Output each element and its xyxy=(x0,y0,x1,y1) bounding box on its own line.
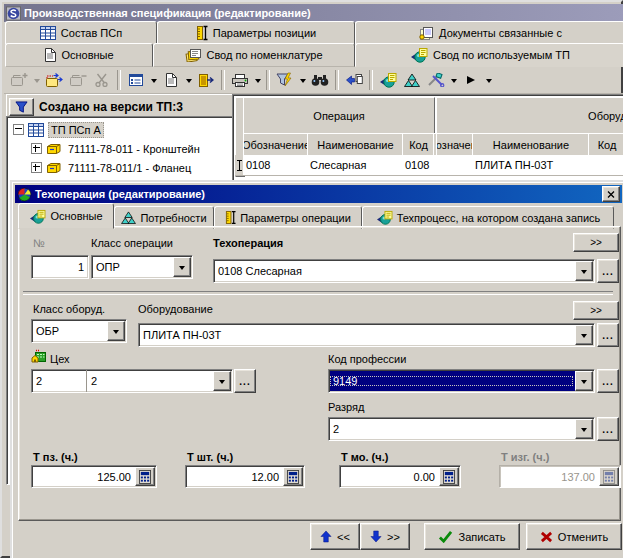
op-class-combo[interactable]: ОПР xyxy=(91,255,193,279)
ruler-icon xyxy=(196,25,208,41)
x-icon xyxy=(540,531,553,543)
summary-button[interactable] xyxy=(376,68,400,92)
remove-button[interactable] xyxy=(66,68,90,92)
tp-icon xyxy=(46,143,62,155)
techop-browse-button[interactable]: ... xyxy=(597,259,619,283)
tab-osnovnye-main[interactable]: Основные xyxy=(5,43,153,67)
edit-button[interactable] xyxy=(42,68,66,92)
expand-icon[interactable] xyxy=(31,143,42,154)
dialog-titlebar[interactable]: Техоперация (редактирование) xyxy=(15,185,622,203)
next-button[interactable]: >> xyxy=(360,523,410,550)
triangles-icon xyxy=(121,211,136,224)
equip-value: ПЛИТА ПН-03Т xyxy=(139,329,574,341)
view-list-button[interactable] xyxy=(124,68,148,92)
t-mo-field[interactable]: 0.00 xyxy=(339,465,461,488)
col-header[interactable]: Код xyxy=(588,133,623,157)
calculator-icon[interactable] xyxy=(439,467,459,486)
chevron-down-icon[interactable] xyxy=(107,321,125,341)
equip-class-combo[interactable]: ОБР xyxy=(31,319,127,343)
expand-icon[interactable] xyxy=(31,162,42,173)
t-pz-field[interactable]: 125.00 xyxy=(31,465,157,488)
equip-expand-button[interactable]: >> xyxy=(573,301,619,320)
filter-dropdown[interactable] xyxy=(297,68,308,92)
profession-value: 9149 xyxy=(329,375,574,387)
tab-sostav-psp[interactable]: Состав ПСп xyxy=(5,21,157,45)
add-dropdown[interactable] xyxy=(31,68,42,92)
chevron-down-icon[interactable] xyxy=(213,371,231,391)
cell-op-name[interactable]: Слесарная xyxy=(307,155,409,176)
grade-browse-button[interactable]: ... xyxy=(597,417,619,441)
num-field[interactable]: 1 xyxy=(31,255,89,279)
toolbar-separator xyxy=(369,70,373,90)
save-button[interactable]: Записать xyxy=(424,523,520,550)
tab-svod-tp[interactable]: Свод по используемым ТП xyxy=(355,43,623,67)
calculator-icon[interactable] xyxy=(135,467,155,486)
techop-label: Техоперация xyxy=(213,237,283,249)
col-header[interactable]: Наименование xyxy=(472,133,590,157)
equip-browse-button[interactable]: ... xyxy=(597,323,619,347)
t-sht-field[interactable]: 12.00 xyxy=(185,465,305,488)
col-header[interactable]: Обозначение xyxy=(436,133,474,157)
tab-svod-nomenklatura[interactable]: Свод по номенклатуре xyxy=(153,43,355,67)
print-dropdown[interactable] xyxy=(252,68,263,92)
profession-combo[interactable]: 9149 xyxy=(328,369,595,393)
search-icon[interactable] xyxy=(308,68,332,92)
chevron-down-icon[interactable] xyxy=(575,261,593,281)
cut-icon[interactable] xyxy=(90,68,114,92)
shop-combo[interactable]: 2 2 xyxy=(31,369,233,393)
tree-item[interactable]: 71111-78-011 - Кронштейн xyxy=(9,139,233,158)
tree-item[interactable]: 71111-78-011/1 - Фланец xyxy=(9,158,233,177)
toolbar-separator xyxy=(117,70,121,90)
report-button[interactable] xyxy=(159,68,183,92)
filter-button[interactable] xyxy=(273,68,297,92)
op-class-label: Класс операции xyxy=(91,237,173,249)
dialog-techoperation: Техоперация (редактирование) Основные По… xyxy=(10,180,623,558)
cell-op-code[interactable]: 0108 xyxy=(243,155,314,176)
report-dropdown[interactable] xyxy=(183,68,194,92)
exit-icon[interactable] xyxy=(194,68,218,92)
chevron-down-icon[interactable] xyxy=(575,419,593,439)
techop-expand-button[interactable]: >> xyxy=(573,233,619,252)
table-icon xyxy=(28,123,44,137)
dtab-osnovnye[interactable]: Основные xyxy=(18,203,114,229)
copy-button[interactable] xyxy=(342,68,366,92)
calculator-icon[interactable] xyxy=(283,467,303,486)
grade-combo[interactable]: 2 xyxy=(328,417,595,441)
col-header[interactable]: Код xyxy=(402,133,435,157)
profession-browse-button[interactable]: ... xyxy=(597,369,619,393)
toolbar xyxy=(4,67,623,94)
col-header[interactable]: Наименование xyxy=(307,133,404,157)
chevron-down-icon[interactable] xyxy=(173,257,191,277)
t-sht-value: 12.00 xyxy=(186,471,283,483)
main-titlebar[interactable]: Производственная спецификация (редактиро… xyxy=(4,4,623,22)
col-header[interactable]: Обозначение xyxy=(243,133,309,157)
needs-button[interactable] xyxy=(400,68,424,92)
tools-button[interactable] xyxy=(424,68,448,92)
collapse-icon[interactable] xyxy=(13,124,24,135)
shop-label: Цех xyxy=(50,353,70,365)
tab-label: Параметры позиции xyxy=(213,27,316,39)
run-button[interactable] xyxy=(459,68,483,92)
shop-name: 2 xyxy=(87,375,212,387)
cancel-button[interactable]: Отменить xyxy=(526,523,622,550)
chevron-down-icon[interactable] xyxy=(575,325,593,345)
tab-dokumenty[interactable]: Документы связанные с xyxy=(355,21,623,45)
tools-dropdown[interactable] xyxy=(448,68,459,92)
add-button[interactable] xyxy=(7,68,31,92)
chevron-down-icon[interactable] xyxy=(575,371,593,391)
op-class-value: ОПР xyxy=(92,261,172,273)
filter-funnel-button[interactable] xyxy=(9,98,34,116)
cell-eq-kod[interactable] xyxy=(588,155,623,176)
print-button[interactable] xyxy=(228,68,252,92)
tree-root-item[interactable]: ТП ПСп А xyxy=(9,120,233,139)
cell-eq-name[interactable]: ПЛИТА ПН-03Т xyxy=(472,155,595,176)
tab-parametry-pozicii[interactable]: Параметры позиции xyxy=(157,21,355,45)
equip-label: Оборудование xyxy=(138,303,213,315)
shop-browse-button[interactable]: ... xyxy=(234,369,256,393)
techop-combo[interactable]: 0108 Слесарная xyxy=(213,259,595,283)
view-list-dropdown[interactable] xyxy=(148,68,159,92)
run-dropdown[interactable] xyxy=(483,68,494,92)
equip-combo[interactable]: ПЛИТА ПН-03Т xyxy=(138,323,595,347)
prev-button[interactable]: << xyxy=(310,523,360,550)
close-icon[interactable] xyxy=(602,186,620,202)
